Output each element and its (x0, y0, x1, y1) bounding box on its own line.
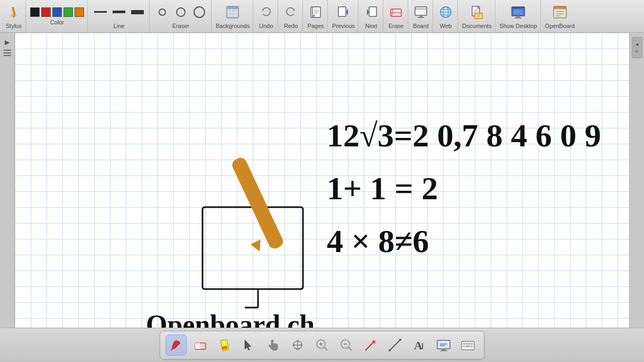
svg-rect-95 (440, 350, 447, 351)
bottom-tools-panel: A (160, 331, 484, 359)
display-tool-button[interactable] (433, 335, 454, 356)
svg-marker-12 (293, 9, 295, 11)
next-button[interactable] (363, 4, 380, 21)
color-blue[interactable] (52, 7, 62, 17)
line-label: Line (114, 23, 125, 29)
line-icons-row (92, 4, 146, 21)
documents-group: Documents (459, 0, 495, 32)
svg-rect-94 (441, 349, 446, 350)
web-button[interactable] (437, 4, 454, 21)
color-black[interactable] (30, 7, 40, 17)
eraser-large-button[interactable] (191, 4, 208, 21)
line-thin-button[interactable] (92, 4, 109, 21)
backgrounds-label: Backgrounds (216, 23, 250, 29)
svg-rect-105 (471, 346, 473, 347)
text-tool-button[interactable]: A (409, 335, 430, 356)
erase-button[interactable] (388, 4, 404, 21)
undo-group: Undo (254, 0, 278, 32)
line-group: Line (89, 0, 150, 32)
svg-marker-68 (245, 340, 251, 350)
svg-line-87 (374, 340, 375, 341)
previous-label: Previous (332, 23, 355, 29)
board-label: Board (413, 23, 428, 29)
top-toolbar: Stylus Color Line (0, 0, 644, 33)
sidebar-menu-line1 (4, 50, 11, 51)
web-group: Web (434, 0, 458, 32)
svg-rect-99 (463, 343, 465, 345)
svg-rect-46 (513, 10, 523, 15)
svg-rect-18 (338, 7, 346, 16)
pages-button[interactable] (307, 4, 324, 21)
zoom-out-button[interactable] (336, 335, 357, 356)
sidebar-menu-line3 (4, 55, 11, 56)
undo-label: Undo (259, 23, 273, 29)
svg-rect-28 (418, 17, 424, 18)
eraser-small-button[interactable] (154, 4, 171, 21)
redo-button[interactable] (282, 4, 299, 21)
redo-group: Redo (279, 0, 303, 32)
color-group: Color (27, 0, 88, 32)
scroll-tool-button[interactable] (287, 335, 308, 356)
previous-group: Previous (329, 0, 358, 32)
color-orange[interactable] (75, 7, 84, 17)
openboard-button[interactable] (551, 4, 568, 21)
color-red[interactable] (41, 7, 51, 17)
pen-tool-button[interactable] (165, 335, 187, 356)
keyboard-tool-button[interactable] (457, 335, 479, 356)
undo-button[interactable] (257, 4, 274, 21)
main-area: ▶ 12√3=2 0,7 8 4 6 0 9 1+ 1 = 2 4 × 8≠6 (0, 33, 644, 328)
previous-button[interactable] (335, 4, 352, 21)
svg-line-88 (390, 340, 400, 350)
svg-rect-39 (475, 13, 482, 18)
svg-rect-44 (516, 16, 520, 17)
svg-rect-104 (466, 346, 471, 347)
left-sidebar: ▶ (0, 33, 15, 328)
eraser-tool-button[interactable] (190, 335, 211, 356)
svg-rect-25 (415, 7, 427, 15)
svg-rect-45 (514, 17, 522, 18)
zoom-in-button[interactable] (311, 335, 333, 356)
pages-group: Pages (304, 0, 328, 32)
svg-marker-59 (251, 239, 265, 254)
sidebar-menu-line2 (4, 52, 11, 53)
line-draw-button[interactable] (384, 335, 406, 356)
right-sidebar: ◄ ≡ (629, 33, 644, 328)
collapse-panel-button[interactable]: ◄ ≡ (632, 37, 642, 58)
highlighter-tool-button[interactable] (214, 335, 235, 356)
documents-button[interactable] (468, 4, 485, 21)
svg-text:12√3=2 0,7 8 4 6 0 9: 12√3=2 0,7 8 4 6 0 9 (327, 117, 601, 153)
show-desktop-label: Show Desktop (500, 23, 537, 29)
stylus-button[interactable] (5, 4, 22, 21)
color-green[interactable] (63, 7, 73, 17)
stylus-label: Stylus (6, 23, 22, 29)
canvas-area[interactable]: 12√3=2 0,7 8 4 6 0 9 1+ 1 = 2 4 × 8≠6 Op… (15, 33, 629, 328)
erase-group: Erase (384, 0, 408, 32)
board-group: Board (409, 0, 433, 32)
svg-rect-93 (437, 340, 450, 349)
board-button[interactable] (412, 4, 429, 21)
line-thick-button[interactable] (129, 4, 146, 21)
svg-rect-48 (554, 6, 566, 9)
backgrounds-button[interactable] (224, 4, 241, 21)
color-swatches-row (30, 7, 84, 17)
laser-pointer-button[interactable] (360, 335, 381, 356)
line-medium-button[interactable] (111, 4, 127, 21)
documents-label: Documents (462, 23, 492, 29)
svg-rect-103 (463, 346, 465, 347)
select-tool-button[interactable] (238, 335, 260, 356)
eraser-medium-button[interactable] (172, 4, 189, 21)
svg-text:4 × 8≠6: 4 × 8≠6 (327, 223, 429, 259)
color-label: Color (50, 19, 64, 25)
collapse-lines-icon: ≡ (636, 49, 638, 54)
sidebar-menu-button[interactable] (4, 50, 11, 56)
svg-text:Openboard.ch: Openboard.ch (146, 310, 315, 328)
next-group: Next (360, 0, 383, 32)
eraser-label: Eraser (172, 23, 189, 29)
sidebar-arrow-button[interactable]: ▶ (2, 37, 13, 48)
svg-line-79 (324, 347, 327, 350)
eraser-icons-row (154, 4, 208, 21)
interact-tool-button[interactable] (263, 335, 284, 356)
show-desktop-button[interactable] (510, 4, 527, 21)
svg-marker-11 (262, 9, 264, 11)
svg-line-82 (348, 347, 352, 350)
